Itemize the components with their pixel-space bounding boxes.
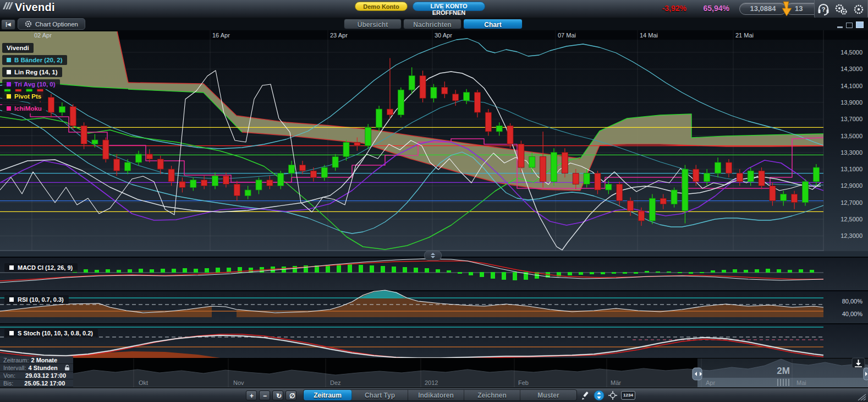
legend-item-lin[interactable]: Lin Reg (14, 1)	[2, 67, 62, 77]
legend-item-ichimoku[interactable]: IchiMoku	[2, 104, 46, 113]
header: Vivendi Demo Konto LIVE KONTO ERÖFFNEN -…	[0, 0, 868, 18]
live-konto-button[interactable]: LIVE KONTO ERÖFFNEN	[413, 2, 485, 11]
legend-item-tri[interactable]: Tri Avg (10, 0)	[2, 79, 60, 89]
legend-label: Pivot Pts	[14, 93, 41, 100]
splitter-down-icon	[431, 256, 435, 258]
svg-text:Mai: Mai	[796, 379, 806, 386]
tab-strip: |◀ Chart Optionen Übersicht Nachrichten …	[0, 18, 868, 30]
legend-label: Vivendi	[7, 45, 29, 51]
tab-chart[interactable]: Chart	[463, 19, 523, 29]
window-size-icons	[837, 21, 864, 28]
export-download-button[interactable]	[852, 358, 865, 368]
svg-text:80,00%: 80,00%	[842, 298, 863, 305]
stoch-label: S Stoch (10, 10, 3, 0.8, 0.2)	[18, 330, 93, 336]
legend-item-b[interactable]: B Bänder (20, 2)	[2, 55, 67, 65]
app-logo	[4, 2, 13, 10]
toolbar-button-group: Zeitraum Chart Typ Indikatoren Zeichnen …	[303, 389, 577, 401]
zoom-in-button[interactable]: +	[246, 390, 257, 400]
rsi-label-chip[interactable]: RSI (10, 0.7, 0.3)	[4, 295, 69, 304]
svg-text:2M: 2M	[777, 366, 790, 376]
svg-text:13,3000: 13,3000	[840, 149, 862, 156]
lock-icon[interactable]	[852, 3, 865, 16]
timeline-left-handle[interactable]	[693, 368, 702, 380]
stoch-label-chip[interactable]: S Stoch (10, 10, 3, 0.8, 0.2)	[4, 329, 98, 338]
info-row-zeitraum: Zeitraum: 2 Monate	[0, 356, 73, 364]
svg-text:Apr: Apr	[706, 379, 715, 386]
tab-uebersicht[interactable]: Übersicht	[344, 19, 402, 29]
svg-text:13,5000: 13,5000	[840, 133, 862, 139]
svg-text:Feb: Feb	[518, 379, 529, 386]
instrument-title: Vivendi	[15, 1, 55, 14]
macd-label: MACD Cl (12, 26, 9)	[18, 264, 73, 271]
collapse-panel-button[interactable]: |◀	[1, 19, 15, 30]
svg-text:12,3000: 12,3000	[840, 232, 862, 239]
zoom-out-button[interactable]: −	[259, 390, 270, 400]
svg-text:21 Mai: 21 Mai	[735, 32, 754, 39]
values-icon[interactable]: 1234	[621, 391, 635, 400]
resize-grip[interactable]	[856, 392, 867, 401]
svg-text:30 Apr: 30 Apr	[435, 32, 452, 39]
timeline-right-handle[interactable]	[864, 368, 868, 380]
svg-text:Nov: Nov	[233, 379, 244, 386]
crosshair-icon[interactable]	[608, 390, 618, 400]
svg-text:14 Mai: 14 Mai	[640, 32, 658, 39]
svg-text:12,7000: 12,7000	[840, 199, 862, 206]
svg-text:13,9000: 13,9000	[840, 99, 862, 106]
svg-text:Mär: Mär	[611, 379, 621, 386]
toolbar-muster-button[interactable]: Muster	[520, 390, 576, 400]
margin-percent: 65,94%	[704, 4, 729, 13]
pencil-icon[interactable]	[580, 390, 590, 400]
chart-options-button[interactable]: Chart Optionen	[18, 18, 85, 30]
refresh-button[interactable]: ↻	[272, 390, 283, 400]
legend-label: Tri Avg (10, 0)	[14, 81, 56, 88]
support-headset-icon[interactable]: ?	[817, 3, 830, 16]
svg-text:14,1000: 14,1000	[840, 83, 862, 89]
legend-swatch	[7, 94, 11, 99]
svg-text:Dez: Dez	[330, 379, 341, 386]
svg-text:?: ?	[822, 6, 826, 13]
svg-text:13,1000: 13,1000	[840, 166, 862, 172]
chart-canvas[interactable]: 02 Apr16 Apr23 Apr30 Apr07 Mai14 Mai21 M…	[0, 0, 868, 402]
clear-button[interactable]: ∅	[285, 390, 296, 400]
svg-text:02 Apr: 02 Apr	[34, 32, 52, 39]
demo-konto-button[interactable]: Demo Konto	[355, 2, 408, 11]
tab-nachrichten[interactable]: Nachrichten	[403, 19, 462, 29]
legend-label: B Bänder (20, 2)	[14, 57, 63, 63]
svg-text:12,5000: 12,5000	[840, 216, 862, 222]
splitter-up-icon	[431, 253, 435, 255]
window-medium-icon[interactable]	[846, 23, 853, 28]
svg-text:12,9000: 12,9000	[840, 182, 862, 189]
macd-label-chip[interactable]: MACD Cl (12, 26, 9)	[4, 263, 78, 272]
legend-item-pivot[interactable]: Pivot Pts	[2, 91, 46, 101]
toolbar-zeichnen-button[interactable]: Zeichnen	[464, 390, 520, 400]
stoch-swatch	[9, 331, 14, 335]
toolbar-charttyp-button[interactable]: Chart Typ	[352, 390, 408, 400]
toolbar-indikatoren-button[interactable]: Indikatoren	[408, 390, 464, 400]
rsi-label: RSI (10, 0.7, 0.3)	[18, 296, 64, 303]
price-down-arrow-icon	[780, 1, 796, 18]
svg-text:2012: 2012	[425, 379, 438, 386]
panel-splitter-handle[interactable]	[424, 251, 442, 260]
legend-label: Lin Reg (14, 1)	[14, 69, 58, 75]
legend-item-vivendi[interactable]: Vivendi	[2, 43, 34, 53]
svg-text:14,3000: 14,3000	[840, 66, 862, 72]
gear-icon	[25, 20, 32, 28]
change-percent: -3,92%	[662, 4, 686, 13]
scale-toggle-icon[interactable]	[594, 390, 605, 401]
settings-gears-icon[interactable]	[834, 3, 848, 16]
unlock-icon[interactable]	[64, 365, 70, 371]
svg-text:40,00%: 40,00%	[842, 311, 863, 317]
window-small-icon[interactable]	[837, 26, 843, 28]
bottom-toolbar: + − ↻ ∅ Zeitraum Chart Typ Indikatoren Z…	[0, 388, 868, 402]
svg-text:13,7000: 13,7000	[840, 116, 862, 122]
chart-info-box: Zeitraum: 2 Monate Intervall: 4 Stunden …	[0, 356, 73, 387]
svg-text:07 Mai: 07 Mai	[558, 32, 576, 39]
chart-options-label: Chart Optionen	[35, 21, 78, 28]
info-row-bis: Bis: 25.05.12 17:00	[0, 379, 73, 387]
window-large-icon[interactable]	[856, 21, 864, 28]
svg-text:Okt: Okt	[139, 379, 148, 386]
legend-swatch	[7, 70, 11, 74]
toolbar-zeitraum-button[interactable]: Zeitraum	[304, 390, 352, 400]
svg-text:16 Apr: 16 Apr	[212, 32, 230, 39]
legend-label: IchiMoku	[14, 105, 42, 112]
